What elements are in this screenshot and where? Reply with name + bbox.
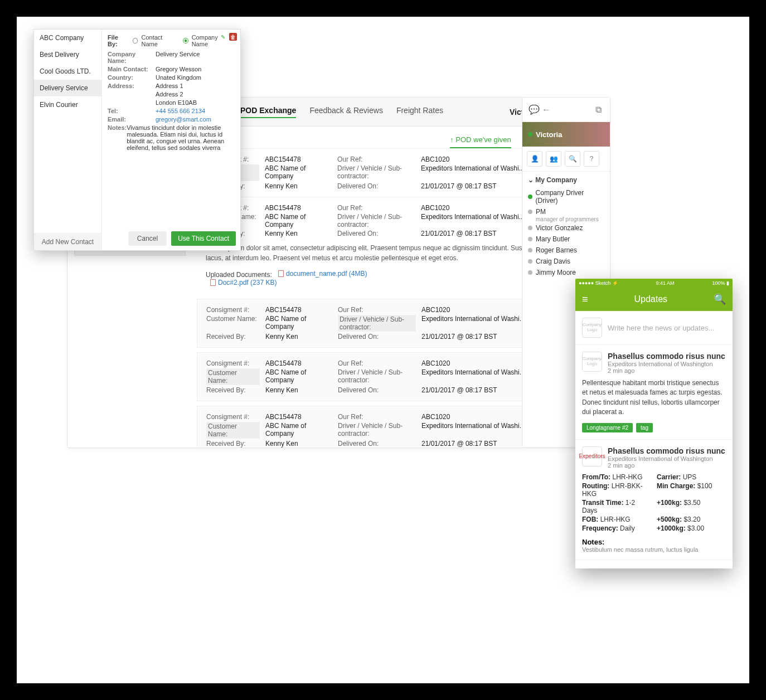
main-tabs: POD Exchange Feedback & Reviews Freight … <box>240 106 496 118</box>
phone-mock: ●●●●● Sketch ⚡ 9:41 AM 100% ▮ ≡ Updates … <box>575 279 733 568</box>
contact-modal: ABC CompanyBest DeliveryCool Goods LTD.D… <box>33 29 241 251</box>
post-time: 2 min ago <box>608 462 725 469</box>
side-icon-row: 💬 ← ⧉ <box>522 98 610 122</box>
person-item[interactable]: PM <box>528 206 604 217</box>
tab-feedback-reviews[interactable]: Feedback & Reviews <box>309 106 383 118</box>
delete-icon[interactable]: 🗑 <box>229 33 237 41</box>
field-value: London E10AB <box>156 99 197 106</box>
document-link[interactable]: Doc#2.pdf (237 KB) <box>210 279 277 286</box>
field-value: Gregory Wesson <box>156 66 201 72</box>
tag[interactable]: Longtagname #2 <box>582 423 633 432</box>
field-label <box>108 99 156 106</box>
field-label: Company Name: <box>108 51 156 64</box>
cancel-button[interactable]: Cancel <box>128 231 167 246</box>
help-icon[interactable]: ? <box>584 151 599 167</box>
compose-row[interactable]: Company Logo Write here the news or upda… <box>575 311 733 345</box>
field-value: Delivery Service <box>156 51 200 64</box>
contact-list-item[interactable]: Delivery Service <box>34 80 101 96</box>
notes-label: Notes: <box>582 538 604 546</box>
tab-pod-exchange[interactable]: POD Exchange <box>240 106 296 118</box>
person-item[interactable]: Mary Butler <box>528 234 604 245</box>
edit-icon[interactable]: ✎ <box>219 33 227 41</box>
person-item[interactable]: Craig Davis <box>528 256 604 267</box>
company-logo-placeholder: Company Logo <box>582 318 602 338</box>
presence-dot-icon <box>528 226 532 230</box>
presence-dot-icon <box>528 259 532 264</box>
contact-list-item[interactable]: Best Delivery <box>34 46 101 63</box>
rate-grid: From/To: LHR-HKG Carrier: UPS Routing: L… <box>582 473 726 532</box>
profile-name: Victoria <box>536 130 562 139</box>
file-icon <box>278 270 284 277</box>
field-label: Country: <box>108 74 156 81</box>
side-buttons: 👤 👥 🔍 ? <box>522 147 610 172</box>
hamburger-icon[interactable]: ≡ <box>582 294 588 305</box>
field-value: Address 1 <box>156 82 183 89</box>
post-time: 2 min ago <box>608 367 725 374</box>
person-item[interactable]: Victor Gonzalez <box>528 222 604 234</box>
person-item[interactable]: Jimmy Moore <box>528 267 604 278</box>
add-new-contact-button[interactable]: Add New Contact <box>34 233 101 250</box>
group-icon[interactable]: 👥 <box>546 151 561 167</box>
file-icon <box>210 279 216 286</box>
file-by-row: File By: Contact Name Company Name <box>108 34 235 47</box>
presence-dot-icon <box>528 195 532 199</box>
add-user-icon[interactable]: 👤 <box>527 151 542 167</box>
presence-dot-icon <box>528 270 532 275</box>
expeditors-logo: Expeditors <box>582 446 602 466</box>
contact-list-item[interactable]: Cool Goods LTD. <box>34 63 101 80</box>
popout-icon[interactable]: ⧉ <box>592 104 604 116</box>
search-icon[interactable]: 🔍 <box>565 151 580 167</box>
tag[interactable]: tag <box>636 423 653 432</box>
phone-nav: ≡ Updates 🔍 <box>575 288 733 311</box>
person-item[interactable]: Roger Barnes <box>528 245 604 256</box>
radio-company-name[interactable] <box>183 38 188 43</box>
field-value: Vivamus tincidunt dolor in molestie male… <box>127 124 235 151</box>
field-value: Address 2 <box>156 91 183 98</box>
tab-freight-rates[interactable]: Freight Rates <box>396 106 443 118</box>
phone-statusbar: ●●●●● Sketch ⚡ 9:41 AM 100% ▮ <box>575 279 733 288</box>
post-title: Phasellus commodo risus nunc <box>608 446 725 455</box>
carrier-label: ●●●●● Sketch ⚡ <box>579 280 618 286</box>
search-icon[interactable]: 🔍 <box>714 293 726 305</box>
side-section-header[interactable]: ⌄ My Company <box>528 176 604 184</box>
post-subtitle: Expeditors International of Washington <box>608 455 725 462</box>
post-title: Phasellus commodo risus nunc <box>608 352 725 361</box>
field-label: Notes: <box>108 124 127 151</box>
presence-dot-icon <box>528 248 532 252</box>
contact-list-item[interactable]: ABC Company <box>34 30 101 46</box>
status-time: 9:41 AM <box>656 280 675 286</box>
field-label: Tel: <box>108 108 156 114</box>
status-dot-icon <box>528 132 532 137</box>
radio-contact-name[interactable] <box>133 38 138 43</box>
back-arrow-icon[interactable]: ← <box>540 104 552 116</box>
company-logo-placeholder: Company Logo <box>582 352 602 372</box>
field-value[interactable]: +44 555 666 2134 <box>156 108 205 114</box>
contact-detail: File By: Contact Name Company Name ✎ 🗑 C… <box>102 30 240 250</box>
person-item[interactable]: Company Driver (Driver) <box>528 187 604 206</box>
field-label: Main Contact: <box>108 66 156 72</box>
use-contact-button[interactable]: Use This Contact <box>171 231 236 246</box>
notes-text: Vestibulum nec massa rutrum, luctus ligu… <box>582 546 726 553</box>
post-subtitle: Expeditors International of Washington <box>608 361 725 367</box>
presence-dot-icon <box>528 210 532 214</box>
field-label <box>108 91 156 98</box>
phone-title: Updates <box>634 294 667 304</box>
contact-list-item[interactable]: Elvin Courier <box>34 96 101 113</box>
person-subtitle: manager of programmers <box>536 216 604 222</box>
subtab-given[interactable]: ↑POD we've given <box>450 135 511 148</box>
field-value: Unated Kingdom <box>156 74 201 81</box>
post-2[interactable]: Expeditors Phasellus commodo risus nunc … <box>575 440 733 560</box>
presence-dot-icon <box>528 237 532 241</box>
compose-placeholder: Write here the news or updates... <box>608 324 726 332</box>
post-tags: Longtagname #2 tag <box>582 423 726 432</box>
post-1[interactable]: Company Logo Phasellus commodo risus nun… <box>575 345 733 440</box>
side-section: ⌄ My Company Company Driver (Driver)PMma… <box>522 172 610 283</box>
contact-list: ABC CompanyBest DeliveryCool Goods LTD.D… <box>34 30 102 250</box>
field-label: Email: <box>108 116 156 123</box>
profile-strip[interactable]: Victoria <box>522 122 610 147</box>
chat-icon[interactable]: 💬 <box>528 104 540 116</box>
document-link[interactable]: document_name.pdf (4MB) <box>278 270 367 278</box>
arrow-up-icon: ↑ <box>450 136 453 144</box>
field-value[interactable]: gregory@smart.com <box>156 116 211 123</box>
field-label: Address: <box>108 82 156 89</box>
